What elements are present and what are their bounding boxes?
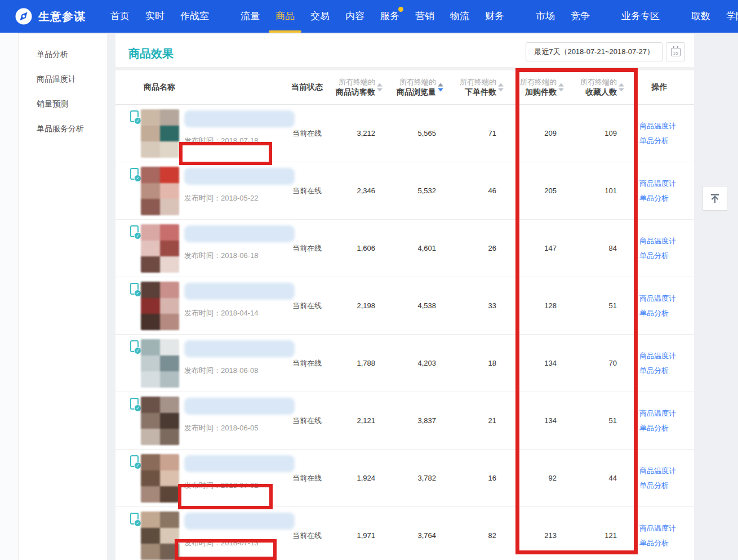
table-row: ✓ 发布时间：2018-07-18 当前在线 3,212 5,565 71 20… xyxy=(115,105,694,162)
table-row: ✓ 发布时间：2018-04-14 当前在线 2,198 4,538 33 12… xyxy=(115,277,694,335)
nav-item-service[interactable]: 服务 xyxy=(380,0,399,33)
link-thermometer[interactable]: 商品温度计 xyxy=(639,179,694,189)
cart-adds-cell: 209 xyxy=(504,129,564,137)
mobile-verified-icon: ✓ xyxy=(130,455,139,467)
col-views: 所有终端的商品浏览量 xyxy=(383,77,444,97)
sort-cart-adds[interactable] xyxy=(558,83,564,92)
col-orders: 所有终端的下单件数 xyxy=(444,77,504,97)
sort-views-active-desc[interactable] xyxy=(438,83,443,92)
col-product-name: 商品名称 xyxy=(130,82,284,92)
link-analysis[interactable]: 单品分析 xyxy=(639,423,694,433)
product-image[interactable] xyxy=(141,167,179,215)
nav-item-war-room[interactable]: 作战室 xyxy=(180,0,209,33)
table-row: ✓ 发布时间：2018-06-05 当前在线 2,121 3,837 21 13… xyxy=(115,392,694,450)
orders-cell: 33 xyxy=(444,301,504,310)
views-cell: 4,601 xyxy=(383,244,444,252)
link-thermometer[interactable]: 商品温度计 xyxy=(639,351,694,361)
favorites-cell: 70 xyxy=(564,359,625,367)
nav-item-home[interactable]: 首页 xyxy=(110,0,130,33)
product-image[interactable] xyxy=(141,397,179,445)
link-thermometer[interactable]: 商品温度计 xyxy=(639,466,694,476)
product-image[interactable] xyxy=(141,109,179,158)
link-analysis[interactable]: 单品分析 xyxy=(639,538,694,548)
product-image[interactable] xyxy=(141,512,179,560)
favorites-cell: 84 xyxy=(564,244,625,252)
publish-date: 发布时间：2018-05-22 xyxy=(184,193,295,203)
notification-dot xyxy=(398,7,403,12)
link-analysis[interactable]: 单品分析 xyxy=(639,308,694,318)
cart-adds-cell: 205 xyxy=(504,186,564,195)
sidebar-item-sales-forecast[interactable]: 销量预测 xyxy=(19,91,107,116)
date-range-selector[interactable]: 最近7天（2018-07-21~2018-07-27） xyxy=(526,42,663,61)
product-image[interactable] xyxy=(141,454,179,503)
product-title-blurred[interactable] xyxy=(184,455,295,472)
visitors-cell: 3,212 xyxy=(330,129,383,137)
favorites-cell: 109 xyxy=(564,129,625,137)
link-analysis[interactable]: 单品分析 xyxy=(639,136,694,146)
product-title-blurred[interactable] xyxy=(184,110,295,127)
calendar-button[interactable]: 15 xyxy=(666,42,685,61)
link-thermometer[interactable]: 商品温度计 xyxy=(639,408,694,419)
sidebar-item-item-service-analysis[interactable]: 单品服务分析 xyxy=(19,116,107,141)
date-range-control: 最近7天（2018-07-21~2018-07-27） 15 xyxy=(526,42,685,61)
link-analysis[interactable]: 单品分析 xyxy=(639,251,694,261)
nav-item-product-active[interactable]: 商品 xyxy=(275,0,295,33)
mobile-verified-icon: ✓ xyxy=(130,168,139,180)
favorites-cell: 51 xyxy=(564,416,625,425)
product-image[interactable] xyxy=(141,224,179,273)
nav-item-fetch-data[interactable]: 取数 xyxy=(691,0,710,33)
orders-cell: 26 xyxy=(444,244,504,252)
visitors-cell: 2,121 xyxy=(330,416,383,425)
nav-item-finance[interactable]: 财务 xyxy=(485,0,504,33)
product-title-blurred[interactable] xyxy=(184,398,295,415)
nav-item-competition[interactable]: 竞争 xyxy=(571,0,590,33)
publish-date: 发布时间：2018-06-08 xyxy=(184,366,295,376)
product-title-blurred[interactable] xyxy=(184,340,295,357)
table-row: ✓ 发布时间：2018-06-18 当前在线 1,606 4,601 26 14… xyxy=(115,220,694,277)
link-analysis[interactable]: 单品分析 xyxy=(639,481,694,491)
sidebar-item-product-thermometer[interactable]: 商品温度计 xyxy=(19,66,107,91)
publish-date: 发布时间：2018-07-02 xyxy=(184,481,295,491)
link-thermometer[interactable]: 商品温度计 xyxy=(639,294,694,304)
top-nav: 生意参谋 首页 实时 作战室 流量 商品 交易 内容 服务 营销 物流 财务 市… xyxy=(0,0,738,33)
product-title-blurred[interactable] xyxy=(184,283,295,300)
link-thermometer[interactable]: 商品温度计 xyxy=(639,523,694,534)
views-cell: 3,782 xyxy=(383,474,444,482)
visitors-cell: 1,924 xyxy=(330,474,383,482)
nav-item-logistics[interactable]: 物流 xyxy=(450,0,469,33)
page: 生意参谋 首页 实时 作战室 流量 商品 交易 内容 服务 营销 物流 财务 市… xyxy=(0,0,738,560)
nav-item-market[interactable]: 市场 xyxy=(536,0,555,33)
orders-cell: 16 xyxy=(444,474,504,482)
product-title-blurred[interactable] xyxy=(184,168,295,185)
link-thermometer[interactable]: 商品温度计 xyxy=(639,236,694,246)
page-title: 商品效果 xyxy=(128,46,174,61)
sort-orders[interactable] xyxy=(498,83,504,92)
cart-adds-cell: 134 xyxy=(504,359,564,367)
cart-adds-cell: 213 xyxy=(504,531,564,540)
product-title-blurred[interactable] xyxy=(184,513,295,530)
link-thermometer[interactable]: 商品温度计 xyxy=(639,121,694,131)
cart-adds-cell: 92 xyxy=(504,474,564,482)
nav-item-content[interactable]: 内容 xyxy=(345,0,364,33)
nav-item-traffic[interactable]: 流量 xyxy=(241,0,260,33)
sort-favorites[interactable] xyxy=(619,83,624,92)
nav-item-academy[interactable]: 学院 xyxy=(726,0,738,33)
col-cart-adds: 所有终端的加购件数 xyxy=(504,77,564,97)
nav-item-biz-zone[interactable]: 业务专区 xyxy=(621,0,660,33)
brand-title: 生意参谋 xyxy=(38,9,86,24)
sidebar-item-item-analysis[interactable]: 单品分析 xyxy=(19,42,107,66)
product-title-blurred[interactable] xyxy=(184,225,295,242)
sort-visitors[interactable] xyxy=(377,83,383,92)
product-image[interactable] xyxy=(141,339,179,388)
link-analysis[interactable]: 单品分析 xyxy=(639,193,694,203)
back-to-top-button[interactable] xyxy=(703,186,727,211)
nav-item-trade[interactable]: 交易 xyxy=(310,0,330,33)
product-image[interactable] xyxy=(141,282,179,330)
link-analysis[interactable]: 单品分析 xyxy=(639,366,694,376)
arrow-up-to-line-icon xyxy=(709,192,721,205)
col-visitors: 所有终端的商品访客数 xyxy=(330,77,383,97)
cart-adds-cell: 134 xyxy=(504,416,564,425)
nav-item-realtime[interactable]: 实时 xyxy=(145,0,165,33)
visitors-cell: 1,971 xyxy=(330,531,383,540)
nav-item-marketing[interactable]: 营销 xyxy=(415,0,434,33)
